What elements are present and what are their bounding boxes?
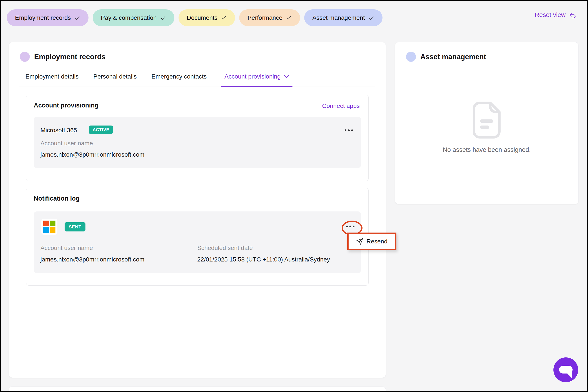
tab-emergency-contacts[interactable]: Emergency contacts (151, 73, 207, 86)
chip-asset-management[interactable]: Asset management (304, 9, 383, 26)
asset-management-accent-dot (406, 52, 416, 62)
microsoft-logo-squares (43, 220, 55, 233)
reset-view-label: Reset view (535, 11, 566, 18)
undo-icon (569, 12, 576, 18)
chip-performance[interactable]: Performance (239, 9, 300, 26)
next-section-card-partial (9, 386, 386, 391)
more-options-button[interactable] (345, 224, 356, 229)
more-options-button[interactable] (343, 128, 354, 133)
chat-bubble-icon (554, 358, 578, 382)
check-icon (160, 15, 166, 21)
ms-square-blue (43, 227, 49, 233)
send-icon (356, 238, 363, 245)
chip-label: Employment records (15, 14, 71, 21)
chip-label: Documents (187, 14, 218, 21)
employment-records-accent-dot (20, 52, 30, 62)
asset-management-card: Asset management No assets have been ass… (395, 42, 579, 204)
chip-employment-records[interactable]: Employment records (7, 9, 88, 26)
tab-account-provisioning[interactable]: Account provisioning (221, 73, 292, 86)
status-badge-sent: SENT (64, 222, 85, 232)
employment-records-header: Employment records (20, 52, 105, 62)
sent-date-value: 22/01/2025 15:58 (UTC +11:00) Australia/… (197, 256, 330, 263)
sent-date-label: Scheduled sent date (197, 244, 253, 252)
chip-documents[interactable]: Documents (178, 9, 235, 26)
chip-pay-compensation[interactable]: Pay & compensation (93, 9, 174, 26)
chevron-down-icon (284, 75, 289, 78)
provisioned-app-row: Microsoft 365 ACTIVE Account user name j… (34, 116, 361, 168)
resend-label: Resend (366, 238, 388, 245)
ellipsis-icon (346, 225, 355, 228)
screenshot-frame: Employment records Pay & compensation Do… (0, 0, 588, 392)
tab-employment-details[interactable]: Employment details (25, 73, 79, 86)
check-icon (221, 15, 227, 21)
connect-apps-link[interactable]: Connect apps (321, 102, 361, 110)
page-background: Employment records Pay & compensation Do… (1, 1, 587, 391)
status-badge-active: ACTIVE (89, 126, 113, 134)
chip-label: Pay & compensation (101, 14, 157, 21)
empty-document-icon (472, 101, 502, 140)
notification-log-title: Notification log (34, 195, 79, 202)
employment-records-card: Employment records Employment details Pe… (9, 42, 386, 378)
chip-label: Asset management (312, 14, 365, 21)
asset-management-header: Asset management (406, 52, 486, 62)
account-provisioning-title: Account provisioning (34, 102, 98, 109)
employment-records-title: Employment records (34, 53, 105, 61)
tab-label: Account provisioning (224, 73, 281, 80)
tab-personal-details[interactable]: Personal details (93, 73, 137, 86)
reset-view-button[interactable]: Reset view (534, 11, 577, 19)
account-provisioning-panel: Account provisioning Connect apps Micros… (26, 95, 369, 181)
username-label: Account user name (40, 140, 93, 147)
chat-launcher-button[interactable] (554, 358, 578, 382)
username-label: Account user name (40, 244, 93, 252)
notification-log-panel: Notification log SENT Account user name (26, 188, 369, 286)
username-value: james.nixon@3p0mrr.onmicrosoft.com (40, 151, 144, 158)
check-icon (286, 15, 292, 21)
ms-square-green (50, 220, 55, 226)
employment-records-tabs: Employment details Personal details Emer… (19, 73, 375, 87)
record-filter-chips: Employment records Pay & compensation Do… (7, 9, 383, 26)
check-icon (74, 15, 80, 21)
notification-entry-row: SENT Account user name james.nixon@3p0mr… (34, 212, 361, 273)
chip-label: Performance (247, 14, 282, 21)
resend-menu-item[interactable]: Resend (347, 232, 396, 250)
check-icon (368, 15, 374, 21)
microsoft-logo-icon (41, 218, 57, 235)
no-assets-message: No assets have been assigned. (395, 146, 579, 153)
app-name: Microsoft 365 (40, 127, 77, 134)
ms-square-red (43, 220, 49, 226)
ms-square-yellow (50, 227, 55, 233)
asset-management-title: Asset management (420, 53, 486, 61)
username-value: james.nixon@3p0mrr.onmicrosoft.com (40, 256, 144, 263)
ellipsis-icon (344, 129, 353, 132)
